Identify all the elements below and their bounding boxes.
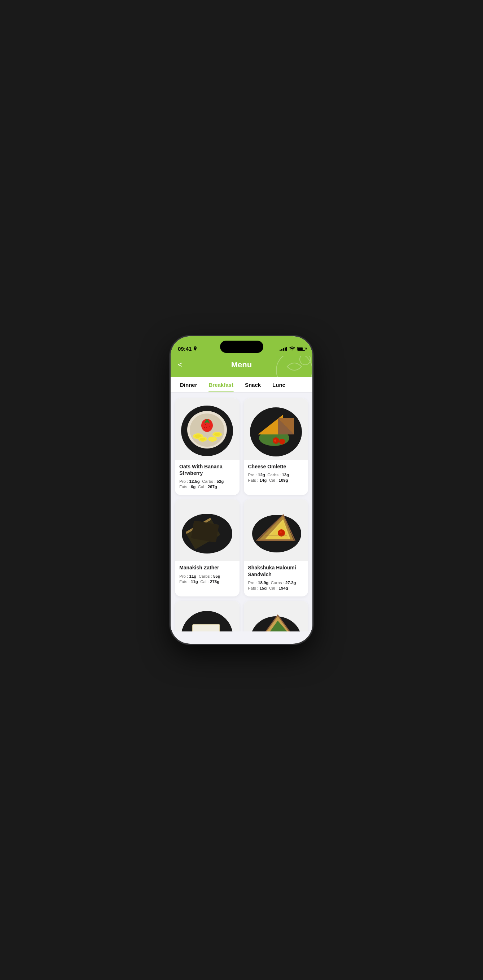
svg-rect-53 bbox=[192, 624, 220, 632]
tab-snack[interactable]: Snack bbox=[239, 377, 267, 392]
content-area: Oats With Banana Strwberry Pro : 12.5g C… bbox=[171, 393, 312, 632]
menu-card-item3[interactable]: Manakish Zather Pro : 11g Carbs : 55g Fa… bbox=[175, 500, 240, 596]
svg-point-8 bbox=[214, 433, 221, 436]
menu-card-item4[interactable]: Shakshuka Haloumi Sandwich Pro : 18.9g C… bbox=[244, 500, 308, 596]
status-time: 09:41 bbox=[178, 346, 197, 352]
signal-icon bbox=[280, 347, 287, 351]
header-content: < Menu bbox=[178, 360, 305, 369]
item1-macros1: Pro : 12.5g Carbs : 52g bbox=[179, 479, 235, 484]
item5-image bbox=[175, 601, 240, 632]
location-icon bbox=[193, 347, 197, 351]
item4-info: Shakshuka Haloumi Sandwich Pro : 18.9g C… bbox=[244, 561, 308, 596]
dynamic-island bbox=[220, 340, 263, 353]
phone-frame: 09:41 bbox=[171, 336, 312, 644]
menu-card-item2[interactable]: Cheese Omlette Pro : 12g Carbs : 13g Fat… bbox=[244, 398, 308, 495]
item3-title: Manakish Zather bbox=[179, 564, 235, 571]
item4-macros1: Pro : 18.9g Carbs : 27.2g bbox=[248, 581, 304, 585]
item3-macros1: Pro : 11g Carbs : 55g bbox=[179, 574, 235, 578]
item4-image bbox=[244, 500, 308, 561]
header: < Menu bbox=[171, 356, 312, 377]
header-title: Menu bbox=[231, 360, 252, 369]
svg-point-13 bbox=[205, 424, 206, 425]
tab-dinner[interactable]: Dinner bbox=[174, 377, 203, 392]
item3-image bbox=[175, 500, 240, 561]
svg-point-17 bbox=[209, 426, 210, 427]
item4-macros2: Fats : 15g Cal : 194g bbox=[248, 586, 304, 590]
status-right bbox=[280, 346, 305, 352]
wifi-icon bbox=[289, 346, 295, 352]
menu-grid: Oats With Banana Strwberry Pro : 12.5g C… bbox=[175, 398, 308, 632]
item4-title: Shakshuka Haloumi Sandwich bbox=[248, 564, 304, 578]
item1-info: Oats With Banana Strwberry Pro : 12.5g C… bbox=[175, 460, 240, 495]
item2-image bbox=[244, 398, 308, 460]
item2-title: Cheese Omlette bbox=[248, 463, 304, 470]
tab-breakfast[interactable]: Breakfast bbox=[203, 377, 239, 392]
menu-card-item5[interactable] bbox=[175, 601, 240, 632]
menu-card-item1[interactable]: Oats With Banana Strwberry Pro : 12.5g C… bbox=[175, 398, 240, 495]
item1-image bbox=[175, 398, 240, 460]
item2-macros2: Fats : 14g Cal : 109g bbox=[248, 478, 304, 482]
item1-macros2: Fats : 6g Cal : 267g bbox=[179, 485, 235, 489]
battery-icon bbox=[297, 347, 305, 351]
menu-card-item6[interactable] bbox=[244, 601, 308, 632]
svg-point-11 bbox=[208, 437, 217, 442]
item3-macros2: Fats : 11g Cal : 273g bbox=[179, 579, 235, 584]
svg-point-50 bbox=[280, 531, 282, 533]
item2-macros1: Pro : 12g Carbs : 13g bbox=[248, 473, 304, 477]
item6-image bbox=[244, 601, 308, 632]
tabs-container: Dinner Breakfast Snack Lunc bbox=[171, 377, 312, 393]
item3-info: Manakish Zather Pro : 11g Carbs : 55g Fa… bbox=[175, 561, 240, 590]
back-button[interactable]: < bbox=[178, 360, 183, 369]
tab-lunch[interactable]: Lunc bbox=[267, 377, 291, 392]
svg-point-14 bbox=[208, 423, 208, 424]
item1-title: Oats With Banana Strwberry bbox=[179, 463, 235, 476]
svg-point-26 bbox=[279, 439, 285, 444]
svg-point-16 bbox=[204, 427, 205, 428]
svg-point-10 bbox=[200, 438, 206, 441]
svg-point-15 bbox=[207, 427, 207, 428]
phone-screen: 09:41 bbox=[171, 336, 312, 644]
time-display: 09:41 bbox=[178, 346, 192, 352]
svg-point-27 bbox=[274, 439, 276, 442]
item2-info: Cheese Omlette Pro : 12g Carbs : 13g Fat… bbox=[244, 460, 308, 488]
